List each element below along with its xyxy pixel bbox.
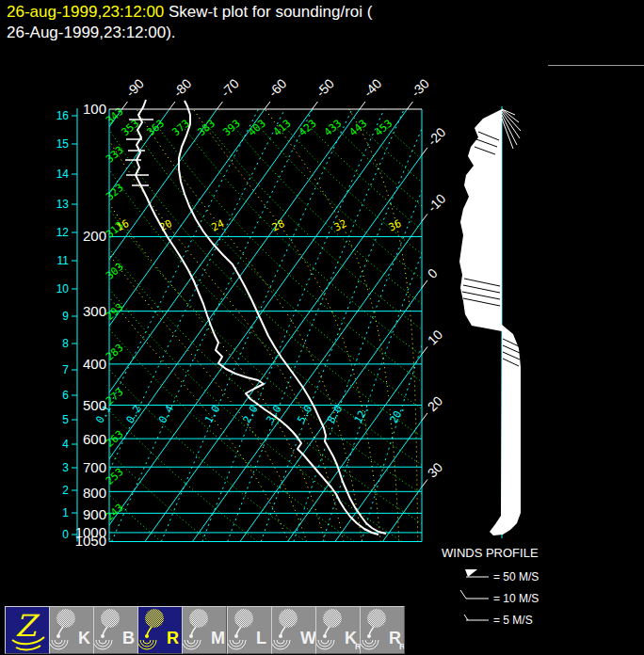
top-axis-tick bbox=[121, 102, 127, 109]
app-window: 26-aug-1999,23:12:00 Skew-t plot for sou… bbox=[0, 0, 644, 655]
pressure-label: 500 bbox=[83, 397, 106, 413]
radiosonde-balloon-icon: M bbox=[183, 607, 226, 652]
top-axis-tick bbox=[265, 102, 270, 109]
right-axis-label: 20 bbox=[425, 393, 445, 414]
height-label: 6 bbox=[62, 389, 69, 402]
top-axis-tick bbox=[169, 102, 175, 109]
right-axis-tick bbox=[422, 148, 427, 155]
height-label: 1 bbox=[62, 506, 69, 519]
wind-legend-label: = 10 M/S bbox=[493, 592, 539, 605]
toolbar-button-rr[interactable]: RR bbox=[360, 606, 405, 654]
right-axis-tick bbox=[422, 479, 427, 487]
pressure-label: 300 bbox=[83, 303, 106, 319]
height-label: 13 bbox=[56, 198, 70, 211]
mixing-ratio-line bbox=[161, 109, 352, 542]
toolbar-button-label: K bbox=[78, 629, 90, 647]
toolbar-button-sublabel: R bbox=[399, 642, 404, 651]
mixing-ratio-label: 2.0 bbox=[240, 403, 260, 425]
moist-adiabat-line bbox=[265, 109, 399, 542]
dry-adiabat-label: 273 bbox=[104, 386, 126, 407]
mixing-ratio-label: 5.0 bbox=[295, 403, 314, 425]
height-label: 3 bbox=[62, 461, 69, 474]
dry-adiabat-label: 393 bbox=[220, 118, 243, 139]
dry-adiabat-label: 243 bbox=[104, 502, 126, 523]
pressure-label: 400 bbox=[83, 356, 106, 372]
toolbar-button-k[interactable]: K bbox=[49, 606, 94, 654]
mixing-ratio-label: 1.0 bbox=[202, 403, 222, 425]
top-axis-tick bbox=[312, 102, 317, 109]
top-axis-label: -30 bbox=[408, 75, 432, 100]
app-logo-icon: Z bbox=[6, 607, 49, 652]
dry-adiabat-label: 443 bbox=[347, 118, 370, 139]
mixing-ratio-line bbox=[202, 109, 384, 542]
mixing-ratio-line bbox=[112, 109, 313, 542]
wind-barbs-lower bbox=[490, 325, 521, 535]
toolbar-button-label: W bbox=[300, 629, 315, 647]
pressure-label: 700 bbox=[83, 459, 106, 475]
top-axis-tick bbox=[407, 102, 412, 109]
dry-adiabat-label: 453 bbox=[373, 118, 395, 139]
mixing-ratio-label: 0.2 bbox=[124, 403, 144, 425]
dry-adiabat-label: 263 bbox=[104, 428, 126, 450]
top-axis-tick bbox=[217, 102, 222, 109]
pressure-label: 1050 bbox=[75, 533, 106, 549]
svg-text:Z: Z bbox=[15, 608, 40, 644]
right-axis-tick bbox=[422, 214, 427, 221]
moist-adiabat-label: 24 bbox=[210, 217, 227, 234]
top-axis-label: -60 bbox=[266, 75, 290, 100]
isotherm-line bbox=[0, 109, 265, 542]
radiosonde-balloon-icon: W bbox=[272, 607, 315, 652]
right-axis-tick bbox=[422, 413, 427, 421]
dry-adiabat-label: 303 bbox=[104, 261, 126, 282]
mixing-ratio-label: 8.0 bbox=[325, 403, 345, 425]
toolbar-button-label: B bbox=[122, 629, 135, 647]
dry-adiabat-line bbox=[0, 127, 306, 542]
pressure-label: 800 bbox=[83, 485, 106, 501]
height-label: 10 bbox=[56, 282, 70, 296]
dry-adiabat-line bbox=[133, 127, 644, 542]
right-axis-tick bbox=[422, 280, 427, 288]
wind-legend-label: = 50 M/S bbox=[493, 570, 539, 583]
pressure-label: 900 bbox=[83, 506, 106, 522]
pressure-label: 600 bbox=[83, 431, 106, 447]
right-axis-label: 10 bbox=[425, 327, 445, 347]
winds-profile-title: WINDS PROFILE bbox=[442, 546, 539, 560]
height-label: 5 bbox=[62, 413, 69, 426]
right-axis-label: -10 bbox=[425, 191, 449, 216]
toolbar-button-r[interactable]: R bbox=[137, 606, 183, 654]
skewt-plot: 3533633733833934034134234334434533433333… bbox=[0, 0, 644, 655]
height-label: 4 bbox=[62, 438, 69, 451]
toolbar-button-w[interactable]: W bbox=[271, 606, 316, 654]
toolbar-button-label: L bbox=[256, 629, 266, 647]
top-axis-label: -40 bbox=[361, 75, 385, 100]
isotherm-line bbox=[192, 109, 502, 542]
wind-flag-symbol bbox=[465, 569, 477, 577]
height-label: 7 bbox=[62, 363, 69, 376]
mixing-ratio-line bbox=[228, 109, 405, 542]
right-axis-label: 30 bbox=[425, 459, 445, 480]
moist-adiabat-line bbox=[349, 109, 418, 542]
toolbar-button-b[interactable]: B bbox=[93, 606, 138, 654]
dry-adiabat-line bbox=[31, 127, 450, 542]
toolbar-button-kr[interactable]: KR bbox=[315, 606, 361, 654]
radiosonde-balloon-icon: L bbox=[228, 607, 271, 652]
toolbar-button-label: R bbox=[167, 629, 179, 647]
dry-adiabat-line bbox=[284, 127, 644, 542]
pressure-label: 200 bbox=[83, 228, 106, 244]
mixing-ratio-line bbox=[323, 109, 478, 542]
moist-adiabat-label: 36 bbox=[387, 217, 404, 233]
mixing-ratio-label: 0.4 bbox=[156, 403, 176, 425]
top-axis-tick bbox=[360, 102, 365, 109]
dry-adiabat-line bbox=[184, 127, 644, 542]
height-label: 9 bbox=[62, 310, 69, 323]
toolbar: ZKBRMLWKRRR bbox=[0, 605, 644, 655]
dry-adiabat-line bbox=[158, 127, 644, 542]
toolbar-button-logo[interactable]: Z bbox=[5, 606, 50, 654]
dry-adiabat-label: 283 bbox=[104, 342, 126, 363]
mixing-ratio-label: 20. bbox=[387, 403, 407, 425]
toolbar-button-m[interactable]: M bbox=[182, 606, 227, 654]
height-label: 12 bbox=[56, 226, 70, 239]
dry-adiabat-label: 253 bbox=[104, 466, 126, 487]
moist-adiabat-line bbox=[55, 109, 325, 542]
toolbar-button-l[interactable]: L bbox=[227, 606, 272, 654]
